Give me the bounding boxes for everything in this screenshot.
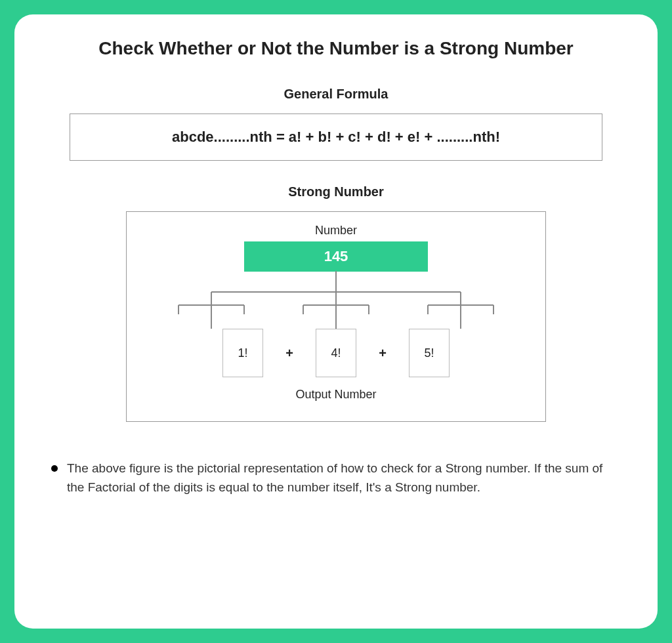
digits-row: 1! + 4! + 5! bbox=[222, 329, 450, 377]
digit-box-3: 5! bbox=[409, 329, 450, 377]
note-section: The above figure is the pictorial repres… bbox=[43, 459, 629, 497]
strong-heading: Strong Number bbox=[288, 184, 384, 199]
note-text: The above figure is the pictorial repres… bbox=[49, 459, 623, 497]
output-label: Output Number bbox=[295, 388, 376, 402]
tree-connector bbox=[172, 271, 500, 330]
formula-box: abcde.........nth = a! + b! + c! + d! + … bbox=[70, 114, 602, 161]
card: Check Whether or Not the Number is a Str… bbox=[14, 14, 658, 629]
formula-section: General Formula abcde.........nth = a! +… bbox=[43, 87, 629, 184]
digit-box-2: 4! bbox=[316, 329, 356, 377]
page-title: Check Whether or Not the Number is a Str… bbox=[43, 38, 629, 59]
digit-box-1: 1! bbox=[222, 329, 263, 377]
plus-1: + bbox=[283, 346, 296, 361]
number-label: Number bbox=[315, 224, 357, 238]
strong-box: Number 145 bbox=[126, 211, 546, 422]
strong-number-section: Strong Number Number 145 bbox=[43, 184, 629, 422]
plus-2: + bbox=[376, 346, 389, 361]
number-chip: 145 bbox=[244, 241, 428, 272]
formula-heading: General Formula bbox=[43, 87, 629, 102]
